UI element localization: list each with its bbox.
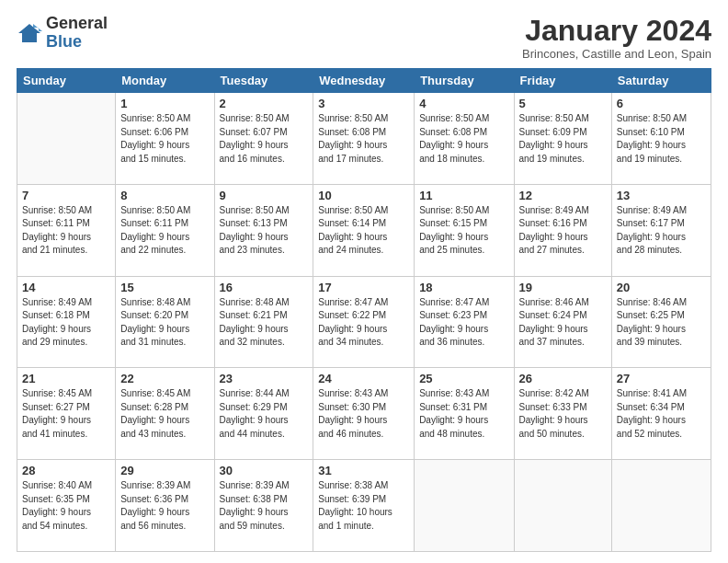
table-row: 23Sunrise: 8:44 AM Sunset: 6:29 PM Dayli… xyxy=(214,368,313,460)
day-number: 17 xyxy=(318,281,409,294)
title-block: January 2024 Brincones, Castille and Leo… xyxy=(522,15,711,61)
table-row: 5Sunrise: 8:50 AM Sunset: 6:09 PM Daylig… xyxy=(514,93,611,185)
day-number: 26 xyxy=(519,372,607,385)
col-friday: Friday xyxy=(514,69,611,93)
day-number: 11 xyxy=(419,189,508,202)
day-info: Sunrise: 8:50 AM Sunset: 6:11 PM Dayligh… xyxy=(120,204,209,258)
svg-marker-0 xyxy=(18,24,40,42)
day-info: Sunrise: 8:50 AM Sunset: 6:07 PM Dayligh… xyxy=(220,112,309,166)
page-header: General Blue January 2024 Brincones, Cas… xyxy=(17,15,711,61)
table-row: 25Sunrise: 8:43 AM Sunset: 6:31 PM Dayli… xyxy=(415,368,514,460)
table-row: 17Sunrise: 8:47 AM Sunset: 6:22 PM Dayli… xyxy=(313,276,415,368)
day-info: Sunrise: 8:45 AM Sunset: 6:28 PM Dayligh… xyxy=(120,387,209,441)
table-row: 7Sunrise: 8:50 AM Sunset: 6:11 PM Daylig… xyxy=(17,184,116,276)
logo: General Blue xyxy=(17,15,108,52)
table-row: 4Sunrise: 8:50 AM Sunset: 6:08 PM Daylig… xyxy=(415,93,514,185)
day-number: 31 xyxy=(318,464,409,477)
day-number: 1 xyxy=(120,97,209,110)
day-number: 27 xyxy=(617,372,706,385)
table-row: 6Sunrise: 8:50 AM Sunset: 6:10 PM Daylig… xyxy=(611,93,711,185)
day-number: 25 xyxy=(419,372,508,385)
table-row: 20Sunrise: 8:46 AM Sunset: 6:25 PM Dayli… xyxy=(611,276,711,368)
day-number: 3 xyxy=(318,97,409,110)
table-row: 2Sunrise: 8:50 AM Sunset: 6:07 PM Daylig… xyxy=(214,93,313,185)
calendar-table: Sunday Monday Tuesday Wednesday Thursday… xyxy=(17,68,711,552)
day-info: Sunrise: 8:50 AM Sunset: 6:08 PM Dayligh… xyxy=(318,112,409,166)
table-row: 26Sunrise: 8:42 AM Sunset: 6:33 PM Dayli… xyxy=(514,368,611,460)
day-info: Sunrise: 8:47 AM Sunset: 6:22 PM Dayligh… xyxy=(318,296,409,350)
month-title: January 2024 xyxy=(522,15,711,47)
day-number: 21 xyxy=(22,372,110,385)
col-saturday: Saturday xyxy=(611,69,711,93)
day-info: Sunrise: 8:50 AM Sunset: 6:06 PM Dayligh… xyxy=(120,112,209,166)
day-info: Sunrise: 8:49 AM Sunset: 6:18 PM Dayligh… xyxy=(22,296,110,350)
table-row: 27Sunrise: 8:41 AM Sunset: 6:34 PM Dayli… xyxy=(611,368,711,460)
table-row: 9Sunrise: 8:50 AM Sunset: 6:13 PM Daylig… xyxy=(214,184,313,276)
day-number: 5 xyxy=(519,97,607,110)
day-number: 18 xyxy=(419,281,508,294)
day-info: Sunrise: 8:41 AM Sunset: 6:34 PM Dayligh… xyxy=(617,387,706,441)
table-row: 29Sunrise: 8:39 AM Sunset: 6:36 PM Dayli… xyxy=(116,460,214,552)
day-number: 9 xyxy=(220,189,309,202)
day-number: 29 xyxy=(120,464,209,477)
col-thursday: Thursday xyxy=(415,69,514,93)
day-number: 10 xyxy=(318,189,409,202)
day-number: 15 xyxy=(120,281,209,294)
day-number: 16 xyxy=(220,281,309,294)
table-row xyxy=(611,460,711,552)
day-info: Sunrise: 8:43 AM Sunset: 6:31 PM Dayligh… xyxy=(419,387,508,441)
day-info: Sunrise: 8:50 AM Sunset: 6:10 PM Dayligh… xyxy=(617,112,706,166)
day-number: 6 xyxy=(617,97,706,110)
table-row: 12Sunrise: 8:49 AM Sunset: 6:16 PM Dayli… xyxy=(514,184,611,276)
day-info: Sunrise: 8:46 AM Sunset: 6:25 PM Dayligh… xyxy=(617,296,706,350)
location-subtitle: Brincones, Castille and Leon, Spain xyxy=(522,47,711,61)
logo-icon xyxy=(17,20,42,46)
day-info: Sunrise: 8:43 AM Sunset: 6:30 PM Dayligh… xyxy=(318,387,409,441)
table-row: 1Sunrise: 8:50 AM Sunset: 6:06 PM Daylig… xyxy=(116,93,214,185)
table-row: 31Sunrise: 8:38 AM Sunset: 6:39 PM Dayli… xyxy=(313,460,415,552)
day-info: Sunrise: 8:39 AM Sunset: 6:36 PM Dayligh… xyxy=(120,479,209,533)
day-info: Sunrise: 8:49 AM Sunset: 6:16 PM Dayligh… xyxy=(519,204,607,258)
day-number: 23 xyxy=(220,372,309,385)
day-number: 8 xyxy=(120,189,209,202)
day-info: Sunrise: 8:42 AM Sunset: 6:33 PM Dayligh… xyxy=(519,387,607,441)
day-info: Sunrise: 8:50 AM Sunset: 6:14 PM Dayligh… xyxy=(318,204,409,258)
day-number: 28 xyxy=(22,464,110,477)
table-row: 19Sunrise: 8:46 AM Sunset: 6:24 PM Dayli… xyxy=(514,276,611,368)
table-row: 24Sunrise: 8:43 AM Sunset: 6:30 PM Dayli… xyxy=(313,368,415,460)
table-row: 16Sunrise: 8:48 AM Sunset: 6:21 PM Dayli… xyxy=(214,276,313,368)
day-number: 13 xyxy=(617,189,706,202)
day-info: Sunrise: 8:46 AM Sunset: 6:24 PM Dayligh… xyxy=(519,296,607,350)
day-info: Sunrise: 8:40 AM Sunset: 6:35 PM Dayligh… xyxy=(22,479,110,533)
day-number: 30 xyxy=(220,464,309,477)
day-number: 4 xyxy=(419,97,508,110)
table-row: 8Sunrise: 8:50 AM Sunset: 6:11 PM Daylig… xyxy=(116,184,214,276)
day-info: Sunrise: 8:48 AM Sunset: 6:21 PM Dayligh… xyxy=(220,296,309,350)
day-info: Sunrise: 8:38 AM Sunset: 6:39 PM Dayligh… xyxy=(318,479,409,533)
day-info: Sunrise: 8:47 AM Sunset: 6:23 PM Dayligh… xyxy=(419,296,508,350)
day-info: Sunrise: 8:44 AM Sunset: 6:29 PM Dayligh… xyxy=(220,387,309,441)
col-monday: Monday xyxy=(116,69,214,93)
day-info: Sunrise: 8:50 AM Sunset: 6:09 PM Dayligh… xyxy=(519,112,607,166)
day-info: Sunrise: 8:50 AM Sunset: 6:11 PM Dayligh… xyxy=(22,204,110,258)
table-row: 11Sunrise: 8:50 AM Sunset: 6:15 PM Dayli… xyxy=(415,184,514,276)
logo-text: General Blue xyxy=(46,15,108,52)
table-row: 18Sunrise: 8:47 AM Sunset: 6:23 PM Dayli… xyxy=(415,276,514,368)
day-number: 22 xyxy=(120,372,209,385)
day-info: Sunrise: 8:50 AM Sunset: 6:08 PM Dayligh… xyxy=(419,112,508,166)
col-wednesday: Wednesday xyxy=(313,69,415,93)
col-sunday: Sunday xyxy=(17,69,116,93)
day-info: Sunrise: 8:50 AM Sunset: 6:15 PM Dayligh… xyxy=(419,204,508,258)
day-number: 19 xyxy=(519,281,607,294)
table-row xyxy=(17,93,116,185)
day-info: Sunrise: 8:49 AM Sunset: 6:17 PM Dayligh… xyxy=(617,204,706,258)
table-row: 21Sunrise: 8:45 AM Sunset: 6:27 PM Dayli… xyxy=(17,368,116,460)
table-row: 22Sunrise: 8:45 AM Sunset: 6:28 PM Dayli… xyxy=(116,368,214,460)
day-info: Sunrise: 8:45 AM Sunset: 6:27 PM Dayligh… xyxy=(22,387,110,441)
day-number: 7 xyxy=(22,189,110,202)
day-number: 2 xyxy=(220,97,309,110)
day-number: 24 xyxy=(318,372,409,385)
day-info: Sunrise: 8:50 AM Sunset: 6:13 PM Dayligh… xyxy=(220,204,309,258)
day-number: 14 xyxy=(22,281,110,294)
table-row xyxy=(514,460,611,552)
